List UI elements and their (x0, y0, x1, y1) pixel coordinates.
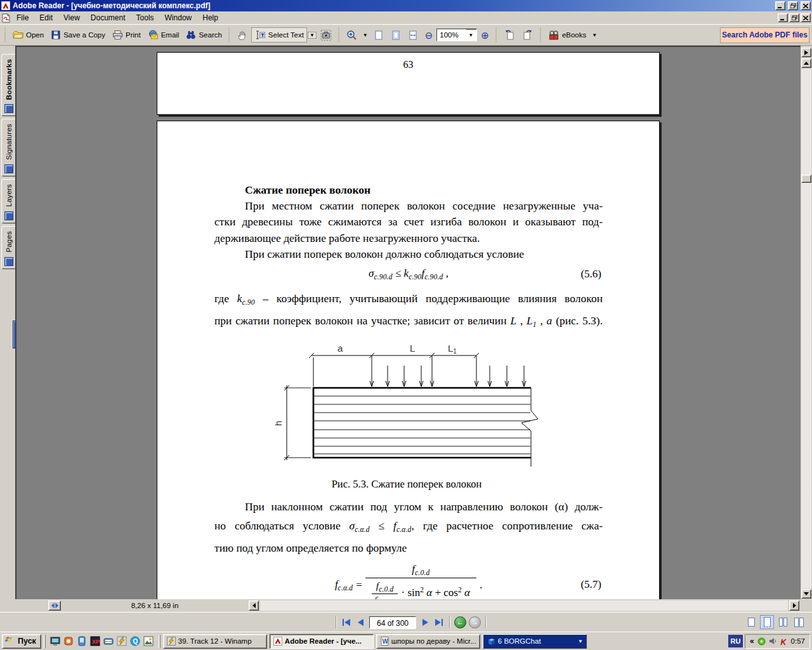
toolbar-grip[interactable] (539, 28, 542, 42)
scroll-up-button[interactable] (801, 58, 811, 68)
zoom-in-button[interactable]: ⊕ (478, 28, 492, 43)
restore-button[interactable] (788, 1, 798, 10)
doc-minimize-button[interactable] (778, 13, 788, 22)
previous-view-nav-button[interactable]: ← (454, 616, 466, 628)
zoom-level-combo[interactable]: ▼ (436, 29, 477, 41)
search-button[interactable]: Search (183, 27, 225, 43)
zoom-out-button[interactable]: ⊖ (422, 28, 436, 43)
fit-width-button[interactable] (405, 27, 421, 43)
quick-launch-winamp-icon[interactable] (117, 636, 128, 647)
zoom-tool-dropdown[interactable]: ▼ (361, 32, 370, 39)
scroll-down-button[interactable] (801, 589, 811, 599)
task-word-document[interactable]: W шпоры по дераву - Micr... (376, 634, 480, 649)
task-dropdown-arrow[interactable]: ▼ (578, 639, 583, 644)
page-indicator-box[interactable] (369, 616, 416, 628)
paragraph-line: где kc.90 – коэффициент, учитывающий под… (214, 289, 603, 312)
select-text-button[interactable]: T Select Text (251, 27, 307, 43)
toolbar-expand-button[interactable] (801, 48, 811, 57)
menu-document[interactable]: Document (86, 12, 131, 23)
pages-icon (4, 257, 13, 266)
doc-restore-button[interactable] (789, 13, 799, 22)
scrollbar-track[interactable] (801, 69, 811, 588)
zoom-in-tool-button[interactable] (343, 27, 360, 43)
save-a-copy-button[interactable]: Save a Copy (48, 27, 108, 43)
print-button[interactable]: Print (109, 27, 144, 43)
toolbar-grip[interactable] (495, 28, 498, 42)
vertical-scrollbar (801, 46, 812, 599)
zoom-level-dropdown[interactable]: ▼ (466, 29, 475, 41)
menu-window[interactable]: Window (160, 12, 197, 23)
quick-launch-icon-8[interactable] (143, 636, 154, 647)
task-label: Adobe Reader - [уче... (285, 637, 362, 645)
actual-size-button[interactable] (370, 27, 387, 43)
search-adobe-pdf-button[interactable]: Search Adobe PDF files (720, 27, 809, 43)
quick-launch-icon-3[interactable] (77, 636, 88, 647)
nav-separator (336, 616, 336, 628)
previous-page-button[interactable] (353, 615, 367, 629)
tab-signatures[interactable]: Signatures (1, 119, 15, 176)
fit-page-button[interactable] (388, 27, 404, 43)
icq-status-icon[interactable] (757, 637, 766, 646)
ebooks-button[interactable]: eBooks (545, 27, 589, 43)
minimize-button[interactable] (775, 1, 785, 10)
scroll-left-button[interactable] (249, 600, 259, 611)
first-page-button[interactable] (339, 615, 353, 629)
tab-layers[interactable]: Layers (1, 179, 15, 223)
next-view-button[interactable] (519, 27, 537, 43)
kaspersky-icon[interactable]: K (780, 637, 788, 646)
hand-tool-button[interactable] (233, 27, 251, 43)
task-label: 6 BORGChat (498, 637, 541, 645)
tray-collapse-button[interactable]: « (750, 637, 754, 646)
task-adobe-reader[interactable]: Adobe Reader - [уче... (270, 634, 374, 649)
menu-edit[interactable]: Edit (34, 12, 58, 23)
menu-view[interactable]: View (58, 12, 85, 23)
navigation-tab-strip: Bookmarks Signatures Layers Pages (0, 46, 15, 599)
tab-pages[interactable]: Pages (1, 226, 15, 269)
quick-launch-qip-icon[interactable]: Q (130, 636, 141, 647)
hand-icon (237, 30, 247, 41)
continuous-layout-button[interactable] (760, 615, 774, 629)
quick-launch-icon-1[interactable] (50, 636, 61, 647)
toolbar-grip[interactable] (337, 28, 341, 42)
facing-layout-button[interactable] (776, 615, 790, 629)
quick-launch-icon-5[interactable] (103, 636, 114, 647)
horizontal-scrollbar-track[interactable] (260, 600, 788, 611)
task-borgchat[interactable]: 6 BORGChat ▼ (483, 634, 587, 649)
menu-help[interactable]: Help (197, 12, 223, 23)
next-page-button[interactable] (418, 615, 432, 629)
quick-launch-icon-2[interactable] (63, 636, 74, 647)
close-button[interactable] (801, 1, 811, 10)
next-view-nav-button[interactable]: → (469, 616, 481, 628)
toolbar-grip[interactable] (228, 28, 231, 42)
start-button[interactable]: Пуск (2, 634, 41, 649)
toolbar-grip[interactable] (4, 28, 7, 42)
svg-text:XP: XP (92, 639, 100, 645)
menu-tools[interactable]: Tools (131, 12, 159, 23)
quick-launch-icon-4[interactable]: XP (90, 636, 101, 647)
panel-split-button[interactable] (48, 600, 61, 611)
scroll-right-button[interactable] (789, 600, 799, 611)
task-winamp[interactable]: 39. Track 12 - Winamp (163, 634, 267, 649)
pdf-document-icon[interactable] (1, 13, 11, 23)
snapshot-tool-button[interactable] (317, 27, 335, 43)
open-label: Open (26, 31, 44, 39)
tab-bookmarks[interactable]: Bookmarks (1, 54, 15, 116)
continuous-facing-layout-button[interactable] (792, 615, 806, 629)
select-text-dropdown[interactable]: ▼ (308, 32, 317, 39)
previous-view-button[interactable] (501, 27, 518, 43)
zoom-level-input[interactable] (437, 29, 466, 41)
doc-close-button[interactable] (801, 13, 811, 22)
ebooks-dropdown[interactable]: ▼ (590, 32, 599, 39)
open-button[interactable]: Open (10, 27, 47, 43)
volume-icon[interactable] (769, 637, 777, 645)
last-page-button[interactable] (432, 615, 446, 629)
email-button[interactable]: Email (145, 27, 183, 43)
language-indicator[interactable]: RU (728, 635, 743, 647)
scrollbar-thumb[interactable] (801, 175, 811, 183)
section-heading: Сжатие поперек волокон (214, 182, 603, 198)
formula-5-6: σc.90.d ≤ kc.90fc.90.d , (5.6) (214, 266, 603, 286)
signatures-icon (4, 164, 13, 173)
page-indicator-input[interactable] (370, 617, 416, 629)
menu-file[interactable]: File (11, 12, 34, 23)
single-page-layout-button[interactable] (744, 615, 758, 629)
